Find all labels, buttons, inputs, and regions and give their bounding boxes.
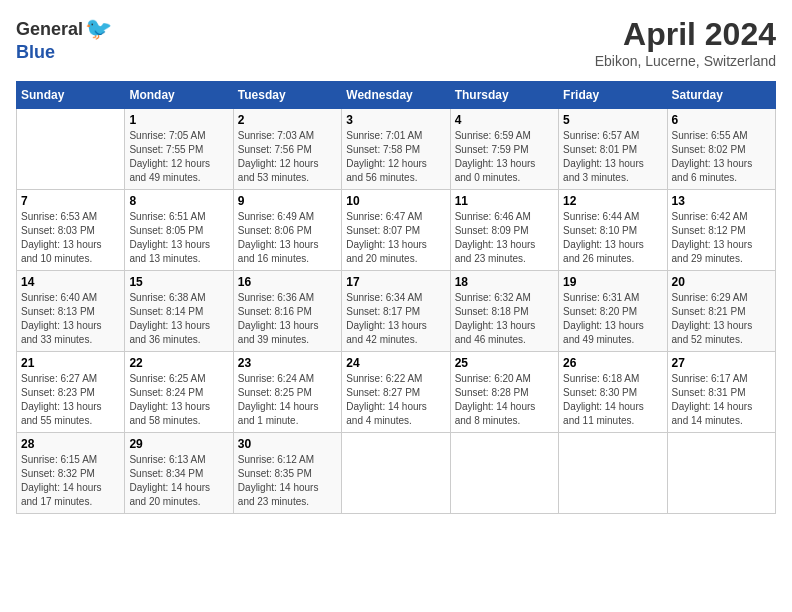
day-of-week-header: Sunday xyxy=(17,82,125,109)
logo: General 🐦 Blue xyxy=(16,16,112,63)
calendar-day-cell: 11Sunrise: 6:46 AM Sunset: 8:09 PM Dayli… xyxy=(450,190,558,271)
day-number: 26 xyxy=(563,356,662,370)
day-info: Sunrise: 6:46 AM Sunset: 8:09 PM Dayligh… xyxy=(455,210,554,266)
day-number: 9 xyxy=(238,194,337,208)
calendar-week-row: 7Sunrise: 6:53 AM Sunset: 8:03 PM Daylig… xyxy=(17,190,776,271)
day-info: Sunrise: 6:12 AM Sunset: 8:35 PM Dayligh… xyxy=(238,453,337,509)
day-number: 20 xyxy=(672,275,771,289)
day-number: 19 xyxy=(563,275,662,289)
day-info: Sunrise: 6:18 AM Sunset: 8:30 PM Dayligh… xyxy=(563,372,662,428)
calendar-day-cell xyxy=(342,433,450,514)
calendar-day-cell: 8Sunrise: 6:51 AM Sunset: 8:05 PM Daylig… xyxy=(125,190,233,271)
day-number: 11 xyxy=(455,194,554,208)
day-number: 24 xyxy=(346,356,445,370)
calendar-week-row: 14Sunrise: 6:40 AM Sunset: 8:13 PM Dayli… xyxy=(17,271,776,352)
calendar-day-cell: 21Sunrise: 6:27 AM Sunset: 8:23 PM Dayli… xyxy=(17,352,125,433)
day-info: Sunrise: 6:13 AM Sunset: 8:34 PM Dayligh… xyxy=(129,453,228,509)
logo-general-text: General xyxy=(16,19,83,40)
day-info: Sunrise: 6:31 AM Sunset: 8:20 PM Dayligh… xyxy=(563,291,662,347)
month-title: April 2024 xyxy=(595,16,776,53)
day-info: Sunrise: 6:49 AM Sunset: 8:06 PM Dayligh… xyxy=(238,210,337,266)
day-of-week-header: Monday xyxy=(125,82,233,109)
calendar-day-cell: 27Sunrise: 6:17 AM Sunset: 8:31 PM Dayli… xyxy=(667,352,775,433)
day-number: 28 xyxy=(21,437,120,451)
calendar-day-cell: 28Sunrise: 6:15 AM Sunset: 8:32 PM Dayli… xyxy=(17,433,125,514)
day-info: Sunrise: 6:57 AM Sunset: 8:01 PM Dayligh… xyxy=(563,129,662,185)
calendar-day-cell: 30Sunrise: 6:12 AM Sunset: 8:35 PM Dayli… xyxy=(233,433,341,514)
day-of-week-header: Saturday xyxy=(667,82,775,109)
day-of-week-header: Friday xyxy=(559,82,667,109)
day-number: 17 xyxy=(346,275,445,289)
day-number: 4 xyxy=(455,113,554,127)
day-info: Sunrise: 6:44 AM Sunset: 8:10 PM Dayligh… xyxy=(563,210,662,266)
calendar-week-row: 28Sunrise: 6:15 AM Sunset: 8:32 PM Dayli… xyxy=(17,433,776,514)
calendar-day-cell xyxy=(17,109,125,190)
calendar-day-cell xyxy=(559,433,667,514)
day-number: 10 xyxy=(346,194,445,208)
day-info: Sunrise: 6:42 AM Sunset: 8:12 PM Dayligh… xyxy=(672,210,771,266)
calendar-day-cell xyxy=(667,433,775,514)
day-info: Sunrise: 6:53 AM Sunset: 8:03 PM Dayligh… xyxy=(21,210,120,266)
calendar-day-cell: 7Sunrise: 6:53 AM Sunset: 8:03 PM Daylig… xyxy=(17,190,125,271)
calendar-day-cell: 17Sunrise: 6:34 AM Sunset: 8:17 PM Dayli… xyxy=(342,271,450,352)
calendar-day-cell: 26Sunrise: 6:18 AM Sunset: 8:30 PM Dayli… xyxy=(559,352,667,433)
day-number: 5 xyxy=(563,113,662,127)
calendar-week-row: 1Sunrise: 7:05 AM Sunset: 7:55 PM Daylig… xyxy=(17,109,776,190)
calendar-day-cell: 12Sunrise: 6:44 AM Sunset: 8:10 PM Dayli… xyxy=(559,190,667,271)
logo-blue-text: Blue xyxy=(16,42,55,63)
day-of-week-header: Tuesday xyxy=(233,82,341,109)
logo-bird-icon: 🐦 xyxy=(85,16,112,42)
calendar-day-cell: 9Sunrise: 6:49 AM Sunset: 8:06 PM Daylig… xyxy=(233,190,341,271)
day-info: Sunrise: 6:24 AM Sunset: 8:25 PM Dayligh… xyxy=(238,372,337,428)
calendar-day-cell: 1Sunrise: 7:05 AM Sunset: 7:55 PM Daylig… xyxy=(125,109,233,190)
day-number: 1 xyxy=(129,113,228,127)
day-number: 18 xyxy=(455,275,554,289)
calendar-day-cell: 22Sunrise: 6:25 AM Sunset: 8:24 PM Dayli… xyxy=(125,352,233,433)
calendar-day-cell: 2Sunrise: 7:03 AM Sunset: 7:56 PM Daylig… xyxy=(233,109,341,190)
day-number: 2 xyxy=(238,113,337,127)
day-number: 16 xyxy=(238,275,337,289)
calendar-day-cell: 10Sunrise: 6:47 AM Sunset: 8:07 PM Dayli… xyxy=(342,190,450,271)
day-info: Sunrise: 6:29 AM Sunset: 8:21 PM Dayligh… xyxy=(672,291,771,347)
location-text: Ebikon, Lucerne, Switzerland xyxy=(595,53,776,69)
day-number: 8 xyxy=(129,194,228,208)
day-number: 12 xyxy=(563,194,662,208)
day-number: 14 xyxy=(21,275,120,289)
day-info: Sunrise: 6:40 AM Sunset: 8:13 PM Dayligh… xyxy=(21,291,120,347)
day-info: Sunrise: 6:34 AM Sunset: 8:17 PM Dayligh… xyxy=(346,291,445,347)
day-info: Sunrise: 6:47 AM Sunset: 8:07 PM Dayligh… xyxy=(346,210,445,266)
day-info: Sunrise: 6:38 AM Sunset: 8:14 PM Dayligh… xyxy=(129,291,228,347)
calendar-day-cell xyxy=(450,433,558,514)
calendar-day-cell: 20Sunrise: 6:29 AM Sunset: 8:21 PM Dayli… xyxy=(667,271,775,352)
day-of-week-header: Wednesday xyxy=(342,82,450,109)
day-number: 29 xyxy=(129,437,228,451)
calendar-day-cell: 25Sunrise: 6:20 AM Sunset: 8:28 PM Dayli… xyxy=(450,352,558,433)
calendar-day-cell: 29Sunrise: 6:13 AM Sunset: 8:34 PM Dayli… xyxy=(125,433,233,514)
day-info: Sunrise: 7:01 AM Sunset: 7:58 PM Dayligh… xyxy=(346,129,445,185)
day-number: 27 xyxy=(672,356,771,370)
day-number: 21 xyxy=(21,356,120,370)
page-header: General 🐦 Blue April 2024 Ebikon, Lucern… xyxy=(16,16,776,69)
calendar-body: 1Sunrise: 7:05 AM Sunset: 7:55 PM Daylig… xyxy=(17,109,776,514)
day-info: Sunrise: 6:17 AM Sunset: 8:31 PM Dayligh… xyxy=(672,372,771,428)
day-number: 6 xyxy=(672,113,771,127)
calendar-day-cell: 3Sunrise: 7:01 AM Sunset: 7:58 PM Daylig… xyxy=(342,109,450,190)
days-of-week-row: SundayMondayTuesdayWednesdayThursdayFrid… xyxy=(17,82,776,109)
calendar-day-cell: 13Sunrise: 6:42 AM Sunset: 8:12 PM Dayli… xyxy=(667,190,775,271)
day-number: 22 xyxy=(129,356,228,370)
day-info: Sunrise: 6:51 AM Sunset: 8:05 PM Dayligh… xyxy=(129,210,228,266)
day-number: 7 xyxy=(21,194,120,208)
day-of-week-header: Thursday xyxy=(450,82,558,109)
calendar-day-cell: 5Sunrise: 6:57 AM Sunset: 8:01 PM Daylig… xyxy=(559,109,667,190)
day-number: 15 xyxy=(129,275,228,289)
day-number: 23 xyxy=(238,356,337,370)
calendar-day-cell: 24Sunrise: 6:22 AM Sunset: 8:27 PM Dayli… xyxy=(342,352,450,433)
calendar-day-cell: 19Sunrise: 6:31 AM Sunset: 8:20 PM Dayli… xyxy=(559,271,667,352)
day-info: Sunrise: 6:32 AM Sunset: 8:18 PM Dayligh… xyxy=(455,291,554,347)
day-info: Sunrise: 6:55 AM Sunset: 8:02 PM Dayligh… xyxy=(672,129,771,185)
day-info: Sunrise: 6:15 AM Sunset: 8:32 PM Dayligh… xyxy=(21,453,120,509)
day-number: 30 xyxy=(238,437,337,451)
day-info: Sunrise: 6:20 AM Sunset: 8:28 PM Dayligh… xyxy=(455,372,554,428)
calendar-day-cell: 16Sunrise: 6:36 AM Sunset: 8:16 PM Dayli… xyxy=(233,271,341,352)
title-block: April 2024 Ebikon, Lucerne, Switzerland xyxy=(595,16,776,69)
